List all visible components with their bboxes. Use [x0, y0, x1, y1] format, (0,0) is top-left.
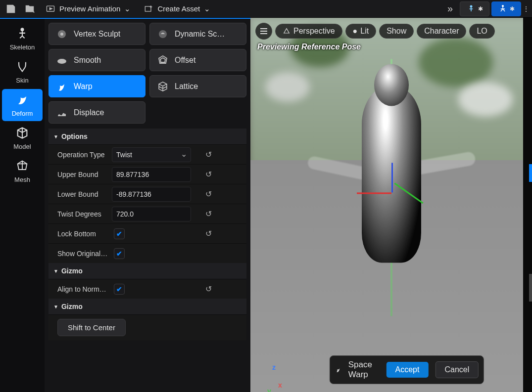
tool-lattice-label: Lattice: [175, 82, 198, 91]
operation-type-select[interactable]: Twist: [112, 147, 191, 162]
create-asset-label: Create Asset: [157, 4, 200, 13]
dirty-star-icon: ✱: [478, 5, 483, 12]
tool-panel: Vertex Sculpt Dynamic Sc… Smooth Offset …: [45, 19, 250, 392]
svg-point-16: [60, 33, 63, 36]
axis-y-label: y: [267, 387, 271, 392]
lower-bound-input[interactable]: [112, 187, 191, 202]
axis-z-label: z: [272, 363, 276, 371]
lit-icon: ●: [353, 27, 358, 36]
twist-degrees-label: Twist Degrees: [48, 210, 112, 218]
tool-dynamic-sculpt[interactable]: Dynamic Sc…: [149, 23, 246, 45]
warp-icon: [55, 80, 69, 93]
displace-icon: [55, 106, 69, 120]
tool-displace[interactable]: Displace: [48, 101, 145, 124]
reset-icon[interactable]: ↺: [198, 229, 218, 238]
dynamic-sculpt-icon: [156, 27, 170, 41]
shift-to-center-button[interactable]: Shift to Center: [57, 319, 126, 336]
mode-deform-label: Deform: [12, 110, 33, 117]
viewport-toolbar: Perspective ● Lit Show Character LO: [255, 23, 530, 40]
viewport-show-button[interactable]: Show: [379, 24, 414, 39]
disclosure-triangle-icon: ▼: [53, 304, 58, 309]
more-icon[interactable]: ⋮: [523, 2, 529, 16]
mode-model[interactable]: Model: [2, 122, 43, 154]
viewport-status-text: Previewing Reference Pose: [257, 43, 361, 51]
show-original-checkbox[interactable]: [114, 248, 125, 259]
viewport-lit-button[interactable]: ● Lit: [345, 24, 377, 39]
row-lock-bottom: Lock Bottom ↺: [48, 223, 246, 243]
mesh-asset-pill[interactable]: ✱: [491, 1, 521, 16]
viewport-lod-button[interactable]: LO: [469, 24, 494, 39]
tool-offset-label: Offset: [175, 56, 195, 65]
main-area: Skeleton Skin Deform Model Mesh: [0, 18, 532, 392]
section-gizmo1-label: Gizmo: [61, 267, 83, 275]
operation-type-label: Operation Type: [48, 151, 112, 159]
viewport-perspective-button[interactable]: Perspective: [275, 24, 342, 39]
dirty-star-icon: ✱: [510, 5, 515, 12]
chevron-down-icon: ⌄: [204, 4, 210, 13]
svg-line-1: [33, 10, 35, 12]
tool-dynamic-sculpt-label: Dynamic Sc…: [175, 30, 225, 39]
tool-smooth[interactable]: Smooth: [48, 49, 145, 71]
mode-mesh[interactable]: Mesh: [2, 155, 43, 187]
disclosure-triangle-icon: ▼: [53, 268, 58, 274]
section-options-header[interactable]: ▼ Options: [48, 129, 246, 144]
tool-vertex-sculpt-label: Vertex Sculpt: [74, 30, 120, 39]
save-icon[interactable]: [3, 2, 19, 16]
tool-lattice[interactable]: Lattice: [149, 75, 246, 97]
row-twist-degrees: Twist Degrees ↺: [48, 204, 246, 223]
create-asset-button[interactable]: Create Asset ⌄: [139, 2, 215, 16]
preview-animation-label: Preview Animation: [59, 4, 120, 13]
disclosure-triangle-icon: ▼: [53, 134, 58, 139]
skeleton-asset-pill[interactable]: ✱: [460, 1, 489, 16]
accept-button[interactable]: Accept: [387, 362, 429, 378]
mode-skin[interactable]: Skin: [2, 56, 43, 88]
viewport-scene: [250, 18, 532, 392]
row-shift-to-center: Shift to Center: [48, 314, 246, 340]
svg-point-18: [57, 59, 66, 64]
browse-icon[interactable]: [22, 2, 38, 16]
viewport-character-button[interactable]: Character: [417, 24, 466, 39]
section-options-label: Options: [61, 132, 88, 140]
left-panel: Skeleton Skin Deform Model Mesh: [0, 18, 250, 392]
reset-icon[interactable]: ↺: [198, 170, 218, 179]
section-gizmo2-header[interactable]: ▼ Gizmo: [48, 299, 246, 314]
row-lower-bound: Lower Bound ↺: [48, 184, 246, 204]
preview-animation-button[interactable]: Preview Animation ⌄: [41, 2, 136, 16]
asset-type-pills: ✱ ✱ ⋮: [460, 1, 529, 16]
lattice-icon: [156, 80, 170, 93]
svg-point-7: [470, 5, 473, 7]
tool-vertex-sculpt[interactable]: Vertex Sculpt: [48, 23, 145, 45]
section-gizmo1-header[interactable]: ▼ Gizmo: [48, 263, 246, 279]
lock-bottom-checkbox[interactable]: [114, 228, 125, 239]
mode-skin-label: Skin: [16, 77, 28, 84]
warp-icon: [335, 364, 341, 375]
reset-icon[interactable]: ↺: [198, 209, 218, 218]
top-toolbar: Preview Animation ⌄ Create Asset ⌄ » ✱ ✱…: [0, 0, 532, 18]
tool-warp[interactable]: Warp: [48, 75, 145, 97]
chevron-down-icon: ⌄: [124, 4, 131, 13]
upper-bound-input[interactable]: [112, 167, 191, 182]
twist-degrees-input[interactable]: [112, 207, 191, 221]
row-show-original: Show Original…: [48, 243, 246, 263]
mode-skeleton[interactable]: Skeleton: [2, 23, 43, 55]
vertex-sculpt-icon: [55, 27, 69, 41]
dialog-title: Space Warp: [348, 360, 377, 380]
tool-offset[interactable]: Offset: [149, 49, 246, 71]
align-to-normal-label: Align to Norm…: [48, 285, 112, 293]
svg-point-11: [21, 28, 24, 31]
mode-deform[interactable]: Deform: [2, 89, 43, 121]
dock-tab-inactive[interactable]: [529, 274, 532, 302]
reset-icon[interactable]: ↺: [198, 284, 218, 294]
align-to-normal-checkbox[interactable]: [114, 284, 125, 295]
smooth-icon: [55, 53, 69, 67]
viewport-menu-button[interactable]: [255, 23, 272, 40]
mode-model-label: Model: [13, 143, 31, 150]
cancel-button[interactable]: Cancel: [435, 361, 479, 378]
reset-icon[interactable]: ↺: [198, 150, 218, 159]
tool-warp-label: Warp: [74, 82, 93, 91]
dock-tab-active[interactable]: [529, 164, 532, 182]
reset-icon[interactable]: ↺: [198, 189, 218, 199]
viewport[interactable]: Perspective ● Lit Show Character LO Prev…: [250, 18, 532, 392]
mode-column: Skeleton Skin Deform Model Mesh: [0, 19, 45, 392]
overflow-chevrons-icon[interactable]: »: [443, 3, 457, 14]
